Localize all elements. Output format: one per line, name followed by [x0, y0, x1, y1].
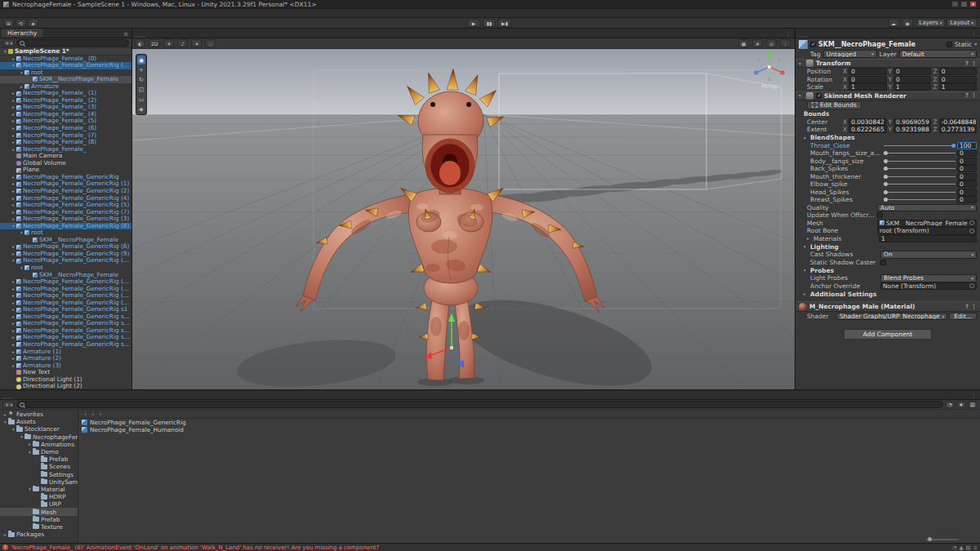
hierarchy-row[interactable]: NecroPhage_Female_ (1)	[0, 90, 131, 97]
root-bone-field[interactable]: root (Transform)	[877, 227, 977, 235]
context-menu-icon[interactable]: ⋮	[971, 92, 977, 99]
slider-handle[interactable]	[884, 182, 888, 186]
slider-handle[interactable]	[951, 144, 956, 148]
maximize-button[interactable]: ▢	[960, 1, 968, 7]
expand-arrow-icon[interactable]	[11, 257, 16, 264]
console-log-icon[interactable]: ▤	[965, 544, 970, 551]
menu-item[interactable]	[49, 9, 57, 17]
active-checkbox[interactable]	[810, 42, 816, 47]
scene-tool-button[interactable]: +	[137, 65, 145, 74]
vcs-icon[interactable]: ⟲	[16, 19, 26, 27]
foldout-arrow-icon[interactable]: ▾	[804, 268, 808, 273]
y-field[interactable]: 0	[893, 68, 931, 75]
layout-dropdown[interactable]: Layout ▾	[947, 19, 977, 27]
project-search-input[interactable]	[27, 402, 940, 408]
expand-arrow-icon[interactable]	[11, 427, 16, 432]
breadcrumb-item[interactable]	[82, 411, 89, 418]
step-button[interactable]: ▶▮	[498, 19, 511, 27]
x-field[interactable]: 0.0030842	[849, 118, 886, 126]
hierarchy-row[interactable]: Directional Light (1)	[0, 376, 131, 384]
light-probes-dropdown[interactable]: Blend Probes ▾	[880, 274, 977, 282]
project-tab[interactable]	[2, 398, 13, 399]
minimize-button[interactable]: –	[951, 1, 959, 7]
shader-dropdown[interactable]: Shader Graphs/URP_Necrophage ▾	[836, 313, 947, 321]
hierarchy-row[interactable]: NecroPhage_Female_ (3)	[0, 104, 131, 111]
scene-viewport[interactable]: ◉ + ↻ ◱ ▭ ◈	[132, 49, 795, 389]
scene-toolbar-button[interactable]: ✶	[191, 39, 202, 47]
blendshape-value-field[interactable]: 0	[957, 158, 977, 165]
hierarchy-row[interactable]: root	[0, 264, 131, 272]
hierarchy-row[interactable]: NecroPhage_Female_GenericRig (9)	[0, 251, 131, 258]
expand-arrow-icon[interactable]	[11, 174, 16, 181]
lighting-header[interactable]: ▾ Lighting	[795, 242, 980, 251]
slider-handle[interactable]	[884, 167, 888, 171]
foldout-arrow-icon[interactable]: ▾	[799, 61, 804, 66]
expand-arrow-icon[interactable]	[11, 292, 16, 300]
add-component-button[interactable]: Add Component	[844, 329, 932, 340]
scene-tool-button[interactable]: ◈	[137, 104, 145, 113]
hierarchy-row[interactable]: root	[0, 229, 131, 237]
status-bar[interactable]: ! 'NecroPhage_Female_ (8)' AnimationEven…	[0, 543, 980, 551]
x-field[interactable]: 0.6222665	[849, 126, 886, 133]
materials-count-field[interactable]: 1	[879, 235, 977, 242]
folder-row[interactable]: Stocklancer	[0, 425, 78, 433]
menu-item[interactable]	[24, 9, 33, 17]
breadcrumb-item[interactable]	[89, 411, 96, 418]
search-by-type-icon[interactable]: ◔	[945, 401, 955, 408]
hierarchy-row[interactable]: NecroPhage_Female_GenericRig	[0, 174, 131, 181]
hierarchy-row[interactable]: Plane	[0, 167, 131, 174]
expand-arrow-icon[interactable]	[11, 355, 16, 362]
hierarchy-row[interactable]: NecroPhage_Female_GenericRig (10)	[0, 300, 131, 307]
blendshape-value-field[interactable]: 0	[957, 173, 977, 180]
z-field[interactable]: -0.0648848	[939, 118, 977, 126]
hierarchy-row[interactable]: SKM__NecroPhage_Female	[0, 76, 131, 83]
hidden-packages-icon[interactable]: ▤	[968, 401, 978, 408]
expand-arrow-icon[interactable]	[11, 90, 16, 97]
scene-tool-button[interactable]: ↻	[137, 75, 145, 84]
static-shadow-caster-checkbox[interactable]	[880, 260, 886, 265]
anchor-override-field[interactable]: None (Transform)	[880, 282, 977, 291]
foldout-arrow-icon[interactable]: ▸	[804, 291, 808, 296]
tab-hierarchy[interactable]: Hierarchy	[2, 29, 42, 38]
title-bar[interactable]: NecrophageFemale - SampleScene 1 - Windo…	[0, 0, 980, 9]
expand-arrow-icon[interactable]	[11, 286, 16, 293]
hierarchy-row[interactable]: New Text	[0, 369, 131, 376]
hierarchy-row[interactable]: NecroPhage_Female_GenericRig (6)	[0, 243, 131, 251]
hierarchy-row[interactable]: NecroPhage_Female_GenericRig (2)	[0, 188, 131, 195]
scene-tool-button[interactable]: ▭	[137, 95, 145, 104]
additional-settings-header[interactable]: ▸ Additional Settings	[795, 290, 980, 298]
hierarchy-row[interactable]: NecroPhage_Female_ (7)	[0, 132, 131, 140]
project-tab[interactable]	[14, 398, 25, 399]
foldout-arrow-icon[interactable]: ▾	[804, 244, 808, 249]
hierarchy-row[interactable]: NecroPhage_Female_GenericRig s1 (1)	[0, 327, 131, 335]
hierarchy-row[interactable]: Armature (3)	[0, 362, 131, 370]
panel-menu-icon[interactable]: ⋮	[782, 31, 795, 38]
expand-arrow-icon[interactable]	[11, 62, 16, 69]
scene-toolbar-button[interactable]: ♪	[177, 39, 188, 47]
y-field[interactable]: 0	[893, 76, 931, 83]
folder-row[interactable]: HDRP	[0, 493, 78, 500]
progress-icon[interactable]: ≡	[973, 544, 978, 551]
slider-handle[interactable]	[884, 198, 888, 202]
help-icon[interactable]: ?	[965, 92, 969, 99]
expand-arrow-icon[interactable]	[11, 180, 16, 188]
blendshape-value-field[interactable]: 0	[957, 189, 977, 196]
quality-dropdown[interactable]: Auto ▾	[877, 204, 977, 212]
y-field[interactable]: 0.9231988	[893, 126, 931, 133]
expand-arrow-icon[interactable]	[11, 202, 16, 209]
expand-arrow-icon[interactable]	[11, 104, 16, 111]
shader-edit-button[interactable]: Edit...	[949, 313, 977, 321]
scene-view-tab[interactable]	[158, 36, 170, 38]
y-field[interactable]: 1	[893, 83, 931, 91]
menu-item[interactable]	[57, 9, 65, 17]
inspector-tab[interactable]	[809, 36, 821, 38]
hierarchy-row[interactable]: NecroPhage_Female_ (5)	[0, 118, 131, 125]
expand-arrow-icon[interactable]	[11, 146, 16, 153]
expand-arrow-icon[interactable]	[11, 195, 16, 202]
blendshapes-header[interactable]: ▾ BlendShapes	[795, 134, 980, 142]
gameobject-name[interactable]: SKM__NecroPhage_Female	[818, 41, 944, 48]
expand-arrow-icon[interactable]	[11, 118, 16, 125]
icon-size-slider[interactable]	[926, 539, 959, 540]
slider-handle[interactable]	[884, 190, 888, 194]
scene-tool-button[interactable]: ◱	[137, 85, 145, 94]
